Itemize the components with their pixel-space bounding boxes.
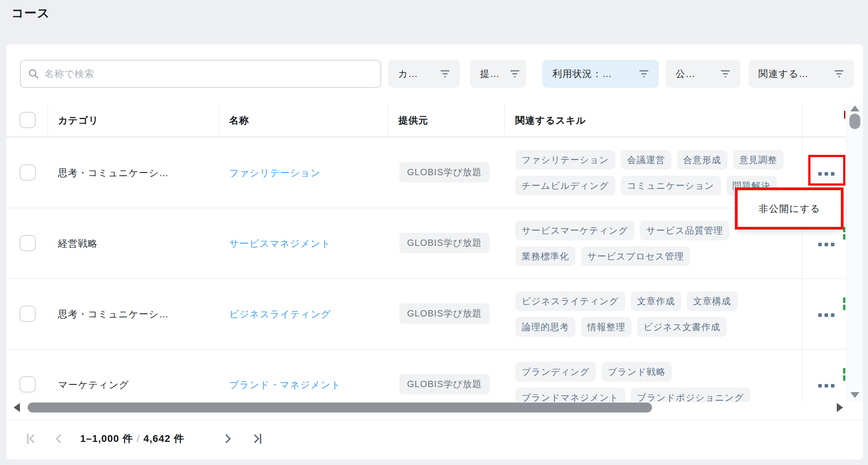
column-header-name[interactable]: 名称 <box>229 114 249 127</box>
skill-tag: 業務標準化 <box>515 246 575 266</box>
filter-icon <box>510 70 520 78</box>
category-cell: 思考・コミュニケーシ… <box>58 167 169 179</box>
pagination-range-label: 1–1,000 件 <box>80 433 133 444</box>
skill-tag: 意見調整 <box>733 150 784 170</box>
scroll-down-arrow-icon[interactable] <box>850 392 859 398</box>
prev-page-button[interactable] <box>57 433 63 445</box>
row-actions-menu-button[interactable] <box>816 239 836 250</box>
scroll-left-arrow-icon[interactable] <box>14 403 20 412</box>
course-table: カテゴリ 名称 提供元 関連するスキル 思考・コミュニケーシ… ファシリテーショ… <box>6 103 846 402</box>
select-all-checkbox[interactable] <box>19 112 36 128</box>
filter-label: カ… <box>398 67 418 80</box>
filter-label: 提… <box>480 67 500 80</box>
skills-cell: ブランディング ブランド戦略 ブランドマネジメント ブランドポジショニング <box>515 349 802 402</box>
course-name-link[interactable]: ブランド・マネジメント <box>229 379 341 391</box>
row-actions-menu-button[interactable] <box>816 380 836 391</box>
horizontal-scrollbar-thumb[interactable] <box>28 403 652 412</box>
status-color-sliver <box>843 375 845 381</box>
course-name-link[interactable]: ファシリテーション <box>229 167 321 179</box>
skill-tag: チームビルディング <box>515 176 615 196</box>
chevron-right-icon <box>250 434 259 443</box>
skill-tag: サービスプロセス管理 <box>581 246 690 266</box>
category-cell: 経営戦略 <box>58 237 98 250</box>
skill-tag: 情報整理 <box>581 317 632 337</box>
red-tick-mark <box>844 111 845 119</box>
search-input[interactable] <box>44 68 373 79</box>
course-name-link[interactable]: ビジネスライティング <box>229 308 331 321</box>
skill-tag: ビジネスライティング <box>515 291 625 311</box>
pagination-divider <box>6 420 863 420</box>
skill-tag: コミュニケーション <box>621 176 721 196</box>
vertical-scrollbar-thumb[interactable] <box>849 114 860 129</box>
page-title: コース <box>11 5 50 21</box>
skill-tag: 合意形成 <box>677 150 728 170</box>
chevron-left-icon <box>29 434 38 443</box>
skill-tag: ブランド戦略 <box>601 362 672 382</box>
chevron-right-icon <box>222 434 231 443</box>
filter-button-category[interactable]: カ… <box>388 60 460 88</box>
skill-tag: ファシリテーション <box>515 150 615 170</box>
column-divider <box>388 104 388 137</box>
skills-cell: ビジネスライティング 文章作成 文章構成 論理的思考 情報整理 ビジネス文書作成 <box>515 278 802 349</box>
status-color-sliver <box>843 227 845 232</box>
pagination-total-label: 4,642 件 <box>144 433 184 444</box>
last-page-button[interactable] <box>252 433 261 445</box>
filter-button-public[interactable]: 公… <box>666 60 740 88</box>
scroll-right-arrow-icon[interactable] <box>837 403 843 412</box>
skill-tag: ブランドマネジメント <box>515 388 625 402</box>
column-divider <box>504 104 505 137</box>
row-checkbox[interactable] <box>19 235 36 251</box>
column-header-skills[interactable]: 関連するスキル <box>515 114 586 127</box>
row-actions-menu-button[interactable] <box>816 168 836 179</box>
filter-icon <box>834 70 844 78</box>
row-checkbox[interactable] <box>19 164 36 181</box>
column-divider <box>48 104 48 137</box>
first-page-button[interactable] <box>27 433 37 445</box>
column-header-category[interactable]: カテゴリ <box>58 114 99 127</box>
next-page-button[interactable] <box>223 433 230 445</box>
filter-label: 関連する… <box>758 67 809 80</box>
column-divider <box>218 104 219 137</box>
scroll-up-arrow-icon[interactable] <box>850 105 859 111</box>
search-box[interactable] <box>20 60 381 88</box>
status-color-sliver <box>843 234 845 240</box>
vertical-scrollbar[interactable] <box>846 103 863 402</box>
status-color-sliver <box>843 305 845 310</box>
last-page-icon <box>260 434 261 444</box>
skill-tag: ブランドポジショニング <box>631 388 750 402</box>
filter-button-related-skills[interactable]: 関連する… <box>748 60 854 88</box>
filter-label: 利用状況：… <box>552 67 612 80</box>
course-name-link[interactable]: サービスマネジメント <box>229 237 331 250</box>
chevron-left-icon <box>56 434 65 443</box>
status-color-sliver <box>843 297 845 303</box>
column-header-provider[interactable]: 提供元 <box>398 114 428 127</box>
menu-item-make-private[interactable]: 非公開にする <box>759 202 820 215</box>
first-page-icon <box>27 434 29 444</box>
filter-label: 公… <box>676 67 695 80</box>
skill-tag: 論理的思考 <box>515 317 575 337</box>
status-color-sliver <box>843 156 845 162</box>
status-color-sliver <box>843 163 845 169</box>
category-cell: マーケティング <box>58 379 129 391</box>
filter-icon <box>720 70 730 78</box>
row-actions-menu-button[interactable] <box>816 310 836 321</box>
row-checkbox[interactable] <box>19 376 36 393</box>
provider-badge: GLOBIS学び放題 <box>399 374 489 394</box>
filter-icon <box>639 70 649 78</box>
row-checkbox[interactable] <box>19 306 36 322</box>
filter-button-usage-status[interactable]: 利用状況：… <box>542 60 659 88</box>
provider-badge: GLOBIS学び放題 <box>399 233 489 253</box>
search-icon <box>28 68 39 79</box>
skill-tag: サービスマーケティング <box>515 221 634 240</box>
actions-column-divider <box>802 104 802 402</box>
provider-badge: GLOBIS学び放題 <box>399 303 489 324</box>
category-cell: 思考・コミュニケーシ… <box>58 308 169 321</box>
skill-tag: 文章作成 <box>631 291 681 311</box>
skill-tag: サービス品質管理 <box>640 221 729 240</box>
pagination-range: 1–1,000 件/4,642 件 <box>80 432 184 446</box>
skill-tag: 会議運営 <box>621 150 671 170</box>
skill-tag: ブランディング <box>515 362 596 382</box>
skill-tag: 文章構成 <box>687 291 738 311</box>
filter-icon <box>440 70 450 78</box>
filter-button-provider[interactable]: 提… <box>470 60 526 88</box>
